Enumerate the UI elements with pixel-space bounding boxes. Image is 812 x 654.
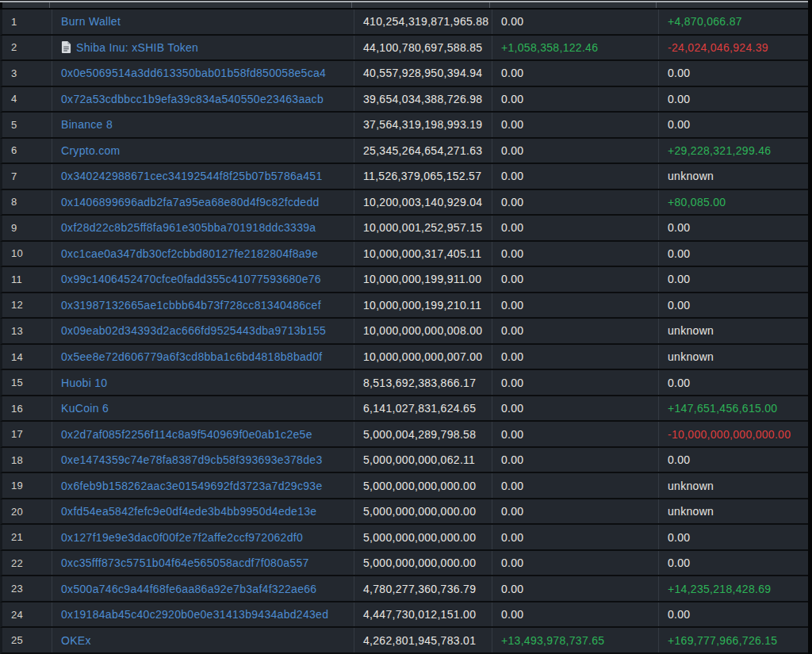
value-cell-1: 0.00	[492, 10, 658, 34]
value-cell-1: 0.00	[492, 499, 658, 524]
address-link[interactable]: 0x6feb9b158262aac3e01549692fd3723a7d29c9…	[61, 480, 322, 492]
address-link[interactable]: 0x127f19e9e3dac0f00f2e7f2affe2ccf972062d…	[61, 531, 303, 544]
value-cell-2: +4,870,066.87	[658, 10, 812, 34]
value-cell-1: 0.00	[492, 267, 658, 292]
quantity-cell: 11,526,379,065,152.57	[354, 164, 492, 189]
address-link[interactable]: OKEx	[61, 634, 91, 647]
address-link[interactable]: 0x340242988671cec34192544f8f25b07b5786a4…	[61, 170, 322, 182]
quantity-cell: 5,000,000,000,000.00	[354, 551, 492, 576]
address-link[interactable]: 0x1406899696adb2fa7a95ea68e80d4f9c82fcde…	[61, 196, 320, 208]
table-row: 4 0x72a53cdbbcc1b9efa39c834a540550e23463…	[0, 87, 812, 113]
address-link[interactable]: 0xc1cae0a347db30cf2cbbd80127fe2182804f8a…	[61, 247, 318, 260]
address-link[interactable]: Binance 8	[61, 118, 113, 131]
quantity-cell: 37,564,319,198,993.19	[354, 113, 492, 137]
holder-cell: Burn Wallet	[52, 10, 354, 34]
address-link[interactable]: 0x500a746c9a44f68fe6aa86a92e7b3af4f322ae…	[61, 583, 316, 595]
table-body: 1 Burn Wallet 410,254,319,871,965.88 0.0…	[0, 10, 812, 654]
quantity-cell: 10,000,000,000,007.00	[354, 345, 492, 369]
value-cell-2: 0.00	[658, 370, 812, 395]
address-link[interactable]: 0x19184ab45c40c2920b0e0e31413b9434abd243…	[61, 608, 328, 621]
address-link[interactable]: Shiba Inu: xSHIB Token	[76, 41, 198, 54]
document-icon	[61, 41, 71, 53]
address-link[interactable]: 0x09eab02d34393d2ac666fd9525443dba9713b1…	[61, 324, 326, 337]
table-header-partial	[0, 0, 812, 10]
holder-cell: Huobi 10	[52, 370, 354, 395]
value-cell-2: 0.00	[658, 293, 812, 318]
rank-cell: 11	[2, 267, 52, 292]
value-cell-1: +13,493,978,737.65	[492, 628, 658, 652]
address-link[interactable]: 0x31987132665ae1cbbb64b73f728cc81340486c…	[61, 299, 321, 312]
holder-cell: OKEx	[52, 628, 354, 652]
holder-cell: Shiba Inu: xSHIB Token	[52, 36, 354, 60]
table-row: 6 Crypto.com 25,345,264,654,271.63 0.00 …	[0, 139, 812, 165]
rank-cell: 10	[2, 242, 52, 266]
value-cell-2: unknown	[658, 499, 812, 524]
quantity-cell: 39,654,034,388,726.98	[354, 87, 492, 112]
quantity-cell: 44,100,780,697,588.85	[354, 36, 492, 60]
table-row: 21 0x127f19e9e3dac0f00f2e7f2affe2ccf9720…	[0, 525, 812, 551]
holder-cell: 0x5ee8e72d606779a6f3cd8bba1c6bd4818b8bad…	[52, 345, 354, 369]
address-link[interactable]: 0x5ee8e72d606779a6f3cd8bba1c6bd4818b8bad…	[61, 350, 322, 363]
rank-cell: 12	[2, 293, 52, 318]
holder-cell: 0x127f19e9e3dac0f00f2e7f2affe2ccf972062d…	[52, 525, 354, 549]
rank-cell: 7	[2, 164, 52, 189]
quantity-cell: 25,345,264,654,271.63	[354, 139, 492, 163]
table-row: 19 0x6feb9b158262aac3e01549692fd3723a7d2…	[0, 473, 812, 499]
table-row: 8 0x1406899696adb2fa7a95ea68e80d4f9c82fc…	[0, 190, 812, 216]
address-link[interactable]: Huobi 10	[61, 377, 107, 389]
table-row: 9 0xf28d22c8b25ff8fa961e305bba701918ddc3…	[0, 216, 812, 242]
address-link[interactable]: Crypto.com	[61, 144, 121, 157]
value-cell-1: 0.00	[492, 396, 658, 421]
value-cell-2: unknown	[658, 319, 812, 343]
value-cell-1: 0.00	[492, 164, 658, 189]
quantity-cell: 5,000,000,000,000.00	[354, 473, 492, 498]
value-cell-1: 0.00	[492, 370, 658, 395]
address-link[interactable]: Burn Wallet	[61, 15, 121, 28]
rank-cell: 18	[2, 448, 52, 472]
holder-cell: 0x72a53cdbbcc1b9efa39c834a540550e23463aa…	[52, 87, 354, 112]
address-link[interactable]: 0x0e5069514a3dd613350bab01b58fd850058e5c…	[61, 67, 326, 79]
holder-cell: 0x340242988671cec34192544f8f25b07b5786a4…	[52, 164, 354, 189]
address-link[interactable]: 0xe1474359c74e78fa8387d9cb58f393693e378d…	[61, 453, 322, 466]
table-row: 16 KuCoin 6 6,141,027,831,624.65 0.00 +1…	[0, 396, 812, 423]
table-row: 14 0x5ee8e72d606779a6f3cd8bba1c6bd4818b8…	[0, 345, 812, 371]
quantity-cell: 5,000,000,000,000.00	[354, 499, 492, 524]
table-row: 23 0x500a746c9a44f68fe6aa86a92e7b3af4f32…	[0, 576, 812, 602]
rank-cell: 15	[2, 370, 52, 395]
value-cell-2: 0.00	[658, 87, 812, 112]
address-link[interactable]: 0x99c1406452470cfce0fadd355c41077593680e…	[61, 273, 321, 285]
rank-cell: 2	[2, 36, 52, 60]
table-row: 10 0xc1cae0a347db30cf2cbbd80127fe2182804…	[0, 242, 812, 268]
address-link[interactable]: 0xf28d22c8b25ff8fa961e305bba701918ddc333…	[61, 221, 316, 234]
rank-cell: 20	[2, 499, 52, 524]
value-cell-2: unknown	[658, 473, 812, 498]
address-link[interactable]: 0x72a53cdbbcc1b9efa39c834a540550e23463aa…	[61, 93, 324, 105]
quantity-cell: 10,000,000,199,210.11	[354, 293, 492, 318]
column-divider	[489, 2, 490, 8]
table-row: 20 0xfd54ea5842fefc9e0df4ede3b4bb9950d4e…	[0, 499, 812, 526]
address-link[interactable]: 0xc35fff873c5751b04f64e565058acdf7f080a5…	[61, 556, 309, 569]
address-link[interactable]: 0xfd54ea5842fefc9e0df4ede3b4bb9950d4ede1…	[61, 505, 316, 518]
holder-cell: 0x2d7af085f2256f114c8a9f540969f0e0ab1c2e…	[52, 422, 354, 446]
holder-cell: 0x19184ab45c40c2920b0e0e31413b9434abd243…	[52, 602, 354, 627]
value-cell-2: -10,000,000,000,000.00	[658, 422, 812, 446]
value-cell-1: 0.00	[492, 551, 658, 576]
quantity-cell: 8,513,692,383,866.17	[354, 370, 492, 395]
holder-cell: Crypto.com	[52, 139, 354, 163]
quantity-cell: 410,254,319,871,965.88	[354, 10, 492, 34]
token-holders-table: 1 Burn Wallet 410,254,319,871,965.88 0.0…	[0, 0, 812, 654]
table-row: 7 0x340242988671cec34192544f8f25b07b5786…	[0, 164, 812, 190]
quantity-cell: 5,000,000,000,062.11	[354, 448, 492, 472]
address-link[interactable]: KuCoin 6	[61, 402, 109, 415]
value-cell-1: +1,058,358,122.46	[492, 36, 658, 60]
rank-cell: 14	[2, 345, 52, 369]
column-divider	[351, 2, 352, 8]
address-link[interactable]: 0x2d7af085f2256f114c8a9f540969f0e0ab1c2e…	[61, 428, 312, 441]
quantity-cell: 10,000,000,199,911.00	[354, 267, 492, 292]
value-cell-1: 0.00	[492, 216, 658, 240]
page-edge-right	[808, 0, 812, 654]
table-row: 5 Binance 8 37,564,319,198,993.19 0.00 0…	[0, 113, 812, 139]
rank-cell: 5	[2, 113, 52, 137]
rank-cell: 21	[2, 525, 52, 549]
rank-cell: 8	[2, 190, 52, 215]
